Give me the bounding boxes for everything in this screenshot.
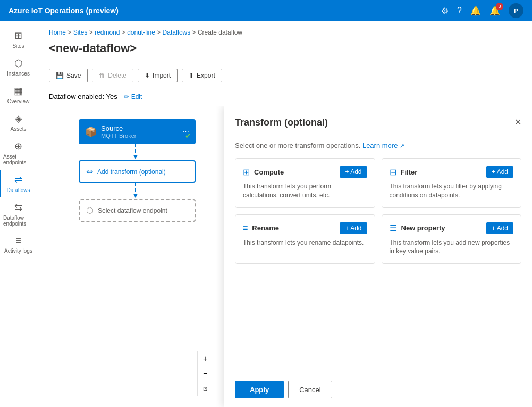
filter-title-row: ⊟ Filter: [390, 167, 418, 177]
sidebar-item-assets[interactable]: ◈ Assets: [0, 109, 36, 136]
status-bar: Dataflow enabled: Yes ✏ Edit: [36, 87, 532, 106]
export-button[interactable]: ⬆ Export: [182, 69, 222, 82]
sidebar-item-dataflow-endpoints-label: Dataflow endpoints: [3, 215, 33, 227]
top-bar: Azure IoT Operations (preview) ⚙ ? 🔔 🔔 3…: [0, 0, 532, 21]
filter-description: This transform lets you filter by applyi…: [390, 182, 514, 200]
rename-title-row: ≡ Rename: [243, 223, 279, 233]
breadcrumb-redmond[interactable]: redmond: [95, 29, 120, 36]
compute-title: Compute: [254, 168, 284, 176]
compute-title-row: ⊞ Compute: [243, 167, 284, 177]
filter-add-button[interactable]: + Add: [486, 166, 513, 178]
transform-panel: Transform (optional) ✕ Select one or mor…: [224, 106, 532, 407]
import-button[interactable]: ⬇ Import: [138, 69, 178, 82]
top-bar-icons: ⚙ ? 🔔 🔔 3 P: [441, 3, 523, 18]
page-title: <new-dataflow>: [49, 41, 519, 55]
external-link-icon: ↗: [400, 143, 404, 149]
zoom-in-button[interactable]: +: [198, 351, 213, 366]
save-button[interactable]: 💾 Save: [49, 69, 88, 82]
new-property-title: New property: [401, 224, 445, 232]
panel-close-button[interactable]: ✕: [514, 117, 521, 127]
sidebar-item-activity-logs[interactable]: ≡ Activity logs: [0, 231, 36, 258]
breadcrumb-sep5: >: [192, 29, 198, 36]
connector-arrow-1: ▼: [132, 153, 139, 160]
export-label: Export: [197, 72, 215, 79]
transform-card-new-property: ☰ New property + Add This transform lets…: [382, 214, 522, 264]
sidebar-item-asset-endpoints-label: Asset endpoints: [3, 154, 33, 165]
bell-icon[interactable]: 🔔: [470, 6, 481, 16]
endpoint-node-icon: ⬡: [86, 205, 94, 215]
new-property-add-button[interactable]: + Add: [486, 222, 513, 234]
cancel-button[interactable]: Cancel: [288, 381, 332, 398]
breadcrumb-sites[interactable]: Sites: [73, 29, 88, 36]
apply-button[interactable]: Apply: [235, 381, 284, 398]
rename-title: Rename: [252, 224, 279, 232]
notification-count: 3: [496, 3, 503, 10]
source-node-subtitle: MQTT Broker: [101, 132, 136, 139]
help-icon[interactable]: ?: [457, 6, 462, 15]
sidebar-item-dataflow-endpoints[interactable]: ⇆ Dataflow endpoints: [0, 197, 36, 231]
connector-arrow-2: ▼: [132, 192, 139, 199]
sidebar-item-instances[interactable]: ⬡ Instances: [0, 53, 36, 81]
breadcrumb: Home > Sites > redmond > donut-line > Da…: [49, 29, 519, 36]
delete-button[interactable]: 🗑 Delete: [92, 69, 133, 82]
zoom-out-button[interactable]: −: [198, 366, 213, 381]
sidebar-item-asset-endpoints[interactable]: ⊕ Asset endpoints: [0, 136, 36, 170]
endpoint-node[interactable]: ⬡ Select dataflow endpoint: [79, 199, 196, 222]
breadcrumb-home[interactable]: Home: [49, 29, 66, 36]
transform-grid: ⊞ Compute + Add This transform lets you …: [224, 149, 532, 372]
delete-label: Delete: [108, 72, 126, 79]
new-property-card-header: ☰ New property + Add: [390, 222, 514, 234]
filter-card-header: ⊟ Filter + Add: [390, 166, 514, 178]
source-node[interactable]: 📦 Source MQTT Broker ⋯ ✔: [79, 119, 196, 144]
edit-label: Edit: [131, 93, 142, 101]
learn-more-link[interactable]: Learn more: [362, 142, 398, 149]
breadcrumb-sep4: >: [157, 29, 162, 36]
compute-description: This transform lets you perform calculat…: [243, 182, 367, 200]
instances-icon: ⬡: [14, 57, 23, 69]
edit-button[interactable]: ✏ Edit: [124, 93, 142, 101]
transform-card-filter: ⊟ Filter + Add This transform lets you f…: [382, 158, 522, 208]
sidebar-item-instances-label: Instances: [7, 71, 30, 77]
page-title-area: <new-dataflow>: [36, 39, 532, 64]
filter-title: Filter: [401, 168, 418, 176]
settings-icon[interactable]: ⚙: [441, 6, 449, 16]
source-node-text: Source MQTT Broker: [101, 124, 136, 139]
assets-icon: ◈: [15, 113, 22, 124]
breadcrumb-donut-line[interactable]: donut-line: [127, 29, 155, 36]
sidebar-item-activity-logs-label: Activity logs: [4, 248, 32, 254]
rename-icon: ≡: [243, 223, 248, 233]
breadcrumb-sep3: >: [122, 29, 127, 36]
sidebar-item-overview[interactable]: ▦ Overview: [0, 81, 36, 109]
transform-node-icon: ⇔: [86, 167, 93, 177]
source-node-header: 📦 Source MQTT Broker ⋯: [85, 124, 189, 139]
rename-add-button[interactable]: + Add: [340, 222, 367, 234]
panel-subtitle-text: Select one or more transform operations.: [235, 142, 360, 149]
breadcrumb-sep2: >: [89, 29, 95, 36]
filter-icon: ⊟: [390, 167, 396, 177]
breadcrumb-sep1: >: [67, 29, 73, 36]
connector-1: ▼: [135, 144, 136, 160]
zoom-controls: + − ⊡: [197, 351, 213, 396]
transform-card-rename: ≡ Rename + Add This transform lets you r…: [235, 214, 375, 264]
export-icon: ⬆: [189, 72, 194, 79]
canvas-wrapper: 📦 Source MQTT Broker ⋯ ✔: [36, 106, 532, 407]
edit-icon: ✏: [124, 93, 129, 101]
save-label: Save: [66, 72, 81, 79]
transform-node-label: Add transform (optional): [97, 168, 166, 176]
source-node-content: 📦 Source MQTT Broker: [85, 124, 136, 139]
import-icon: ⬇: [145, 72, 150, 79]
notification-badge: 🔔 3: [489, 6, 500, 16]
sidebar-item-sites[interactable]: ⊞ Sites: [0, 26, 36, 53]
app-title: Azure IoT Operations (preview): [9, 6, 441, 15]
main-content: Home > Sites > redmond > donut-line > Da…: [36, 21, 532, 407]
breadcrumb-dataflows[interactable]: Dataflows: [163, 29, 191, 36]
avatar[interactable]: P: [509, 3, 523, 18]
connector-line-1: [135, 144, 136, 153]
transform-node[interactable]: ⇔ Add transform (optional): [79, 160, 196, 183]
activity-logs-icon: ≡: [15, 235, 21, 246]
asset-endpoints-icon: ⊕: [14, 140, 22, 152]
sidebar-item-dataflows[interactable]: ⇌ Dataflows: [0, 170, 36, 197]
zoom-fit-button[interactable]: ⊡: [198, 381, 213, 396]
compute-add-button[interactable]: + Add: [340, 166, 367, 178]
new-property-description: This transform lets you add new properti…: [390, 238, 514, 256]
